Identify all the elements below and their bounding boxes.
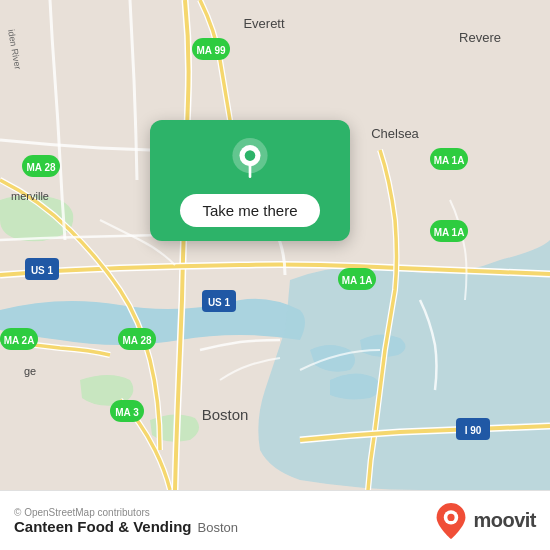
svg-text:Boston: Boston [202, 406, 249, 423]
location-city: Boston [198, 520, 238, 535]
location-name: Canteen Food & Vending [14, 518, 192, 535]
svg-text:Chelsea: Chelsea [371, 126, 419, 141]
svg-text:MA 1A: MA 1A [434, 155, 465, 166]
svg-text:MA 3: MA 3 [115, 407, 139, 418]
svg-text:MA 28: MA 28 [26, 162, 56, 173]
svg-text:I 90: I 90 [465, 425, 482, 436]
svg-text:MA 99: MA 99 [196, 45, 226, 56]
bottom-left-info: © OpenStreetMap contributors Canteen Foo… [14, 507, 238, 535]
svg-point-36 [448, 513, 455, 520]
bottom-bar: © OpenStreetMap contributors Canteen Foo… [0, 490, 550, 550]
svg-text:MA 1A: MA 1A [342, 275, 373, 286]
svg-text:US 1: US 1 [208, 297, 231, 308]
svg-text:US 1: US 1 [31, 265, 54, 276]
svg-text:MA 1A: MA 1A [434, 227, 465, 238]
attribution-text: © OpenStreetMap contributors [14, 507, 238, 518]
map-svg: I 83 US 1 US 1 MA 28 MA 28 MA 99 MA 1A M… [0, 0, 550, 490]
moovit-logo: moovit [435, 503, 536, 539]
location-pin-icon [228, 138, 272, 182]
svg-text:Everett: Everett [243, 16, 285, 31]
svg-text:Revere: Revere [459, 30, 501, 45]
moovit-pin-icon [435, 503, 467, 539]
svg-point-34 [245, 150, 256, 161]
svg-text:ge: ge [24, 365, 36, 377]
svg-text:MA 28: MA 28 [122, 335, 152, 346]
take-me-there-button[interactable]: Take me there [180, 194, 319, 227]
location-card[interactable]: Take me there [150, 120, 350, 241]
moovit-label: moovit [473, 509, 536, 532]
svg-text:merville: merville [11, 190, 49, 202]
map-container: I 83 US 1 US 1 MA 28 MA 28 MA 99 MA 1A M… [0, 0, 550, 490]
svg-text:MA 2A: MA 2A [4, 335, 35, 346]
